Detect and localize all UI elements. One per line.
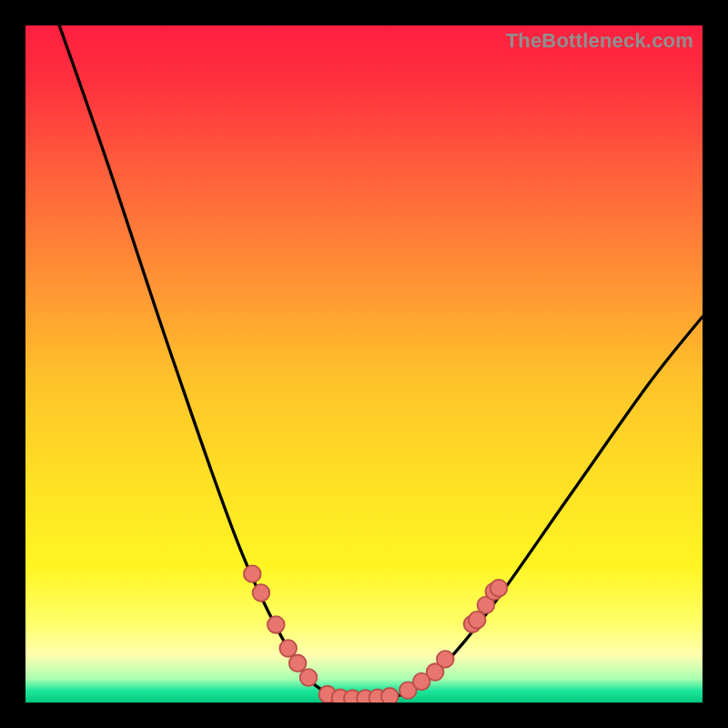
curve-marker [469, 612, 486, 629]
curve-markers [244, 565, 507, 703]
bottleneck-curve [59, 25, 703, 699]
curve-marker [437, 651, 454, 668]
curve-marker [300, 669, 318, 686]
stage: TheBottleneck.com [0, 0, 728, 728]
curve-marker [279, 640, 297, 657]
curve-marker [490, 580, 508, 597]
curve-marker [253, 584, 270, 602]
chart-svg [25, 25, 703, 703]
curve-marker [289, 655, 307, 672]
curve-marker [244, 565, 261, 582]
curve-marker [381, 688, 399, 703]
watermark-text: TheBottleneck.com [506, 29, 693, 53]
curve-marker [268, 616, 285, 633]
plot-area: TheBottleneck.com [25, 25, 703, 703]
